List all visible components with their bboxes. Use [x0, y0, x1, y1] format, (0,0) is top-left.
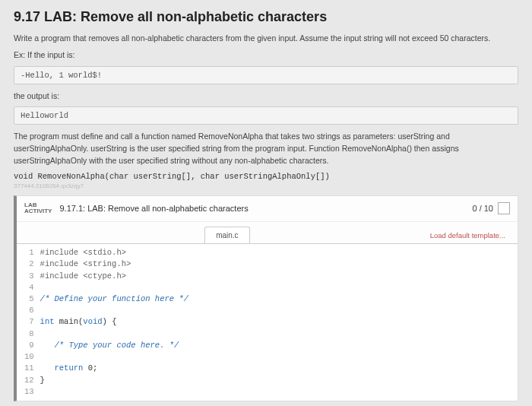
ex-input-label: Ex: If the input is: — [14, 49, 518, 62]
score-text: 0 / 10 — [472, 204, 493, 213]
lab-badge-line2: ACTIVITY — [24, 208, 52, 215]
explanation-text: The program must define and call a funct… — [14, 131, 518, 167]
output-label: the output is: — [14, 90, 518, 103]
activity-title: 9.17.1: LAB: Remove all non-alphabetic c… — [59, 204, 472, 213]
page-title: 9.17 LAB: Remove all non-alphabetic char… — [14, 9, 518, 25]
tab-row: main.c Load default template... — [17, 222, 518, 243]
score-checkbox[interactable] — [498, 202, 510, 214]
function-signature: void RemoveNonAlpha(char userString[], c… — [14, 172, 518, 181]
intro-text: Write a program that removes all non-alp… — [14, 33, 518, 45]
tab-main-c[interactable]: main.c — [204, 227, 249, 243]
load-default-template-link[interactable]: Load default template... — [430, 231, 510, 239]
code-editor[interactable]: 12345678910111213 #include <stdio.h>#inc… — [17, 243, 518, 401]
watermark-text: 377444.2108264.qx3zqy7 — [14, 182, 518, 189]
output-example-box: Helloworld — [14, 106, 518, 125]
input-example-box: -Hello, 1 world$! — [14, 66, 518, 84]
lab-badge: LAB ACTIVITY — [24, 202, 52, 216]
lab-activity-card: LAB ACTIVITY 9.17.1: LAB: Remove all non… — [14, 195, 518, 401]
code-content[interactable]: #include <stdio.h>#include <string.h>#in… — [40, 247, 188, 398]
line-gutter: 12345678910111213 — [17, 247, 40, 398]
activity-header: LAB ACTIVITY 9.17.1: LAB: Remove all non… — [17, 196, 518, 223]
